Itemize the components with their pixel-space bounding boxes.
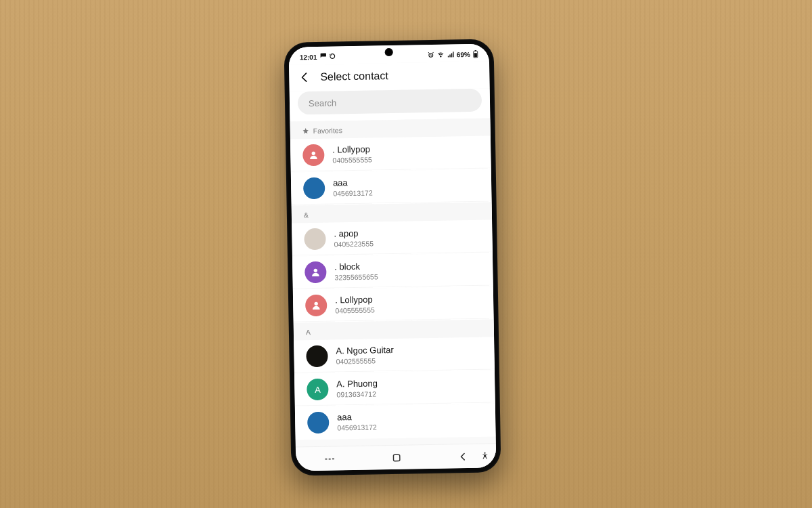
contact-row[interactable]: . apop0405223555	[292, 219, 493, 256]
nav-recents-button[interactable]	[323, 452, 336, 465]
battery-icon	[473, 50, 478, 58]
search-input[interactable]: Search	[298, 89, 482, 115]
nav-home-button[interactable]	[391, 452, 402, 463]
search-placeholder: Search	[309, 98, 336, 108]
svg-rect-3	[475, 50, 476, 51]
contact-number: 0456913172	[333, 188, 373, 198]
contact-number: 0405555555	[335, 305, 375, 315]
svg-rect-7	[304, 228, 326, 251]
contact-name: . apop	[334, 228, 374, 240]
svg-point-9	[314, 302, 317, 305]
wifi-icon	[437, 51, 445, 58]
contact-row[interactable]: A. Ngoc Guitar0402555555	[294, 337, 495, 373]
svg-rect-14	[332, 458, 334, 459]
contact-row[interactable]: aaa0456913172	[295, 403, 496, 440]
avatar-image	[304, 228, 326, 251]
section-label: &	[304, 211, 309, 219]
contact-meta: aaa0456913172	[333, 177, 373, 198]
contacts-list[interactable]: Favorites. Lollypop0405555555aaa04569131…	[290, 118, 495, 446]
message-icon	[319, 53, 326, 61]
contact-number: 0456913172	[337, 423, 377, 432]
contact-number: 32355655655	[334, 272, 378, 282]
person-icon	[305, 295, 328, 317]
contact-meta: A. Ngoc Guitar0402555555	[336, 345, 394, 366]
contact-name: . Lollypop	[335, 295, 375, 306]
page-title: Select contact	[320, 70, 388, 83]
contact-name: aaa	[337, 412, 377, 423]
screen: 12:01 69%	[289, 43, 497, 471]
svg-point-16	[484, 452, 485, 454]
alarm-icon	[428, 51, 434, 58]
star-icon	[302, 127, 309, 134]
contact-meta: . apop0405223555	[334, 228, 374, 249]
contact-row[interactable]: aaa0456913172	[291, 169, 492, 205]
contact-name: aaa	[333, 177, 373, 189]
svg-rect-11	[307, 412, 330, 434]
contact-meta: A. Phuong0913634712	[336, 379, 378, 399]
system-nav-bar	[296, 443, 497, 471]
contact-number: 0913634712	[336, 389, 378, 399]
contact-name: . block	[334, 261, 378, 273]
section-label: Favorites	[313, 126, 342, 135]
svg-rect-15	[393, 454, 399, 461]
contact-row[interactable]: . block32355655655	[292, 253, 493, 289]
person-icon	[304, 261, 327, 284]
battery-text: 69%	[457, 50, 470, 58]
search-wrap: Search	[290, 88, 491, 121]
signal-icon	[447, 51, 454, 58]
refresh-icon	[329, 53, 335, 60]
svg-rect-12	[325, 458, 327, 459]
contact-meta: aaa0456913172	[337, 412, 377, 432]
phone-device: 12:01 69%	[284, 39, 501, 475]
svg-rect-13	[329, 458, 331, 459]
contact-number: 0405555555	[332, 155, 372, 165]
avatar-image	[307, 412, 330, 434]
contact-name: A. Phuong	[336, 379, 378, 390]
app-header: Select contact	[289, 61, 490, 91]
svg-point-5	[312, 152, 315, 155]
contact-row[interactable]: . Lollypop0405555555	[293, 286, 494, 322]
contact-name: A. Ngoc Guitar	[336, 345, 394, 357]
contact-row[interactable]: AA. Phuong0913634712	[294, 370, 495, 406]
avatar-image	[303, 177, 325, 200]
back-button[interactable]	[298, 71, 311, 83]
contact-meta: . Lollypop0405555555	[332, 144, 372, 165]
contact-number: 0402555555	[336, 356, 394, 366]
contact-name: . Lollypop	[332, 144, 372, 156]
nav-accessibility-button[interactable]	[480, 452, 489, 461]
status-time: 12:01	[300, 53, 317, 60]
svg-point-8	[314, 269, 317, 272]
avatar-image	[306, 345, 328, 368]
contact-meta: . block32355655655	[334, 261, 378, 282]
svg-rect-6	[303, 177, 325, 200]
nav-back-button[interactable]	[457, 451, 468, 462]
contact-meta: . Lollypop0405555555	[335, 295, 375, 315]
contact-number: 0405223555	[334, 239, 374, 249]
person-icon	[302, 144, 325, 167]
avatar-letter: A	[307, 379, 329, 401]
svg-rect-4	[474, 53, 477, 57]
section-label: A	[306, 328, 311, 336]
svg-point-1	[441, 56, 441, 56]
svg-rect-10	[306, 345, 328, 368]
contact-row[interactable]: . Lollypop0405555555	[290, 135, 491, 172]
